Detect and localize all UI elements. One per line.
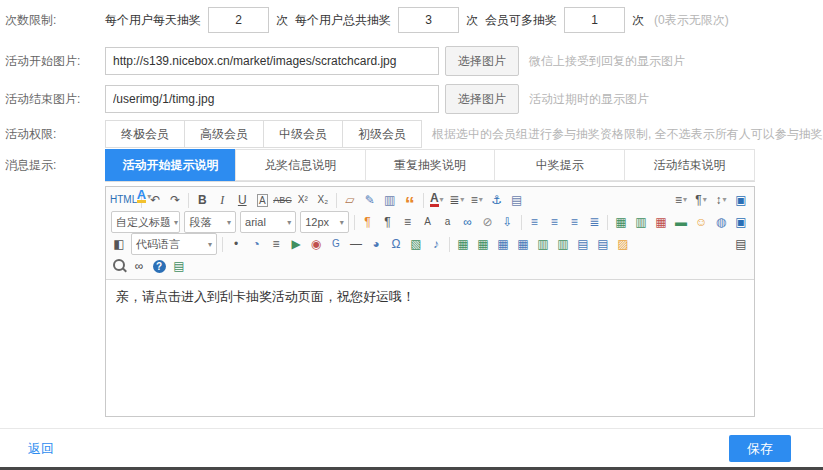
gmap-icon[interactable]: G — [327, 235, 345, 253]
music-icon[interactable]: ♪ — [427, 235, 445, 253]
video-icon[interactable]: ▶ — [287, 235, 305, 253]
start-image-row: 活动开始图片: 选择图片 微信上接受到回复的显示图片 — [5, 46, 815, 76]
member-extra-draw-input[interactable] — [564, 7, 625, 33]
editor-toolbar: HTML↶↷BIUAABCX²X₂▱✎▥“A▾A▾≣▾≡▾⚓▤≡▾¶▾↕▾▣自定… — [106, 187, 754, 280]
message-label: 消息提示: — [5, 157, 105, 174]
merge-right-icon[interactable]: ▥ — [534, 235, 552, 253]
paragraph-select[interactable]: 段落▾ — [184, 211, 236, 233]
paragraph-list-icon[interactable]: ≡ — [399, 213, 417, 231]
member-level-option[interactable]: 高级会员 — [184, 120, 264, 148]
paste-plain-icon[interactable]: ▥ — [381, 191, 399, 209]
font-family-select[interactable]: arial▾ — [240, 211, 296, 233]
save-button[interactable]: 保存 — [729, 435, 791, 462]
date-time-icon[interactable]: ◕ — [367, 235, 385, 253]
eraser-icon[interactable]: ▱ — [341, 191, 359, 209]
custom-title-select[interactable]: 自定义标题▾ — [111, 211, 180, 233]
anchor-icon[interactable]: ⚓ — [488, 191, 506, 209]
tab-repeat-draw[interactable]: 重复抽奖说明 — [365, 149, 496, 181]
search-icon[interactable] — [110, 257, 128, 275]
toolbar-separator — [336, 193, 337, 208]
back-link[interactable]: 返回 — [28, 429, 54, 468]
merge-down-icon[interactable]: ▥ — [554, 235, 572, 253]
text-direction-icon[interactable]: ¶ — [379, 213, 397, 231]
end-image-pick-button[interactable]: 选择图片 — [445, 84, 519, 114]
fullscreen-icon[interactable]: ▣ — [732, 191, 750, 209]
tab-win-tip[interactable]: 中奖提示 — [494, 149, 625, 181]
unordered-list-icon[interactable]: ≡▾ — [468, 191, 486, 209]
split-row-icon[interactable]: ▤ — [574, 235, 592, 253]
tab-activity-end[interactable]: 活动结束说明 — [624, 149, 755, 181]
unlink-icon[interactable]: ⊘ — [479, 213, 497, 231]
link-icon[interactable]: ∞ — [459, 213, 477, 231]
line-height-icon[interactable]: ↕▾ — [712, 191, 730, 209]
start-image-pick-button[interactable]: 选择图片 — [445, 46, 519, 76]
image-icon[interactable]: ▧ — [407, 235, 425, 253]
font-size-select[interactable]: 12px▾ — [300, 211, 349, 233]
format-painter-icon[interactable]: ✎ — [361, 191, 379, 209]
redo-icon[interactable]: ↷ — [166, 191, 184, 209]
paragraph-format-icon[interactable]: ¶▾ — [692, 191, 710, 209]
indent-dropdown-icon[interactable]: ≡▾ — [672, 191, 690, 209]
map-marker-icon[interactable]: ◉ — [307, 235, 325, 253]
underline-icon[interactable]: U — [233, 191, 251, 209]
toolbar-row: 自定义标题▾段落▾arial▾12px▾¶¶≡Aa∞⊘⇩≡≡≡≣▦▥▦▬☺◍▣ — [109, 211, 751, 233]
tab-redeem-info[interactable]: 兑奖信息说明 — [235, 149, 366, 181]
member-level-option[interactable]: 终极会员 — [105, 120, 185, 148]
align-left-icon[interactable]: ≡ — [525, 213, 543, 231]
indent-first-line-icon[interactable]: ¶ — [359, 213, 377, 231]
new-doc-icon[interactable]: ▤ — [508, 191, 526, 209]
subscript-icon[interactable]: X₂ — [314, 191, 332, 209]
delete-table-icon[interactable]: ▦ — [652, 213, 670, 231]
strikethrough-icon[interactable]: ABC — [273, 191, 292, 209]
start-image-input[interactable] — [105, 47, 439, 75]
omega-icon[interactable]: Ω — [387, 235, 405, 253]
table-props-icon[interactable]: ▥ — [632, 213, 650, 231]
print-icon[interactable]: ▤ — [732, 235, 750, 253]
daily-draw-limit-input[interactable] — [208, 7, 269, 33]
blockquote-icon[interactable]: “ — [401, 191, 419, 209]
font-color-icon[interactable]: A▾ — [428, 191, 446, 209]
table-bg-icon[interactable]: ▨ — [614, 235, 632, 253]
merge-cells-icon[interactable]: ▬ — [672, 213, 690, 231]
help-icon[interactable]: ? — [150, 257, 168, 275]
widescreen-icon[interactable]: ▣ — [732, 213, 750, 231]
highlight-color-icon[interactable]: A▾ — [135, 189, 153, 205]
end-image-input[interactable] — [105, 85, 439, 113]
font-border-icon[interactable]: A — [253, 191, 271, 209]
code-block-icon[interactable]: ◧ — [110, 235, 128, 253]
screenshot-icon[interactable]: ◍ — [712, 213, 730, 231]
pie-icon[interactable]: ◔ — [247, 235, 265, 253]
find-replace-icon[interactable]: ∞ — [130, 257, 148, 275]
bold-icon[interactable]: B — [193, 191, 211, 209]
emoji-icon[interactable]: ☺ — [692, 213, 710, 231]
paste-word-icon[interactable]: ▤ — [170, 257, 188, 275]
delete-row-icon[interactable]: ▦ — [494, 235, 512, 253]
italic-icon[interactable]: I — [213, 191, 231, 209]
letter-lower-icon[interactable]: a — [439, 213, 457, 231]
align-right-icon[interactable]: ≡ — [565, 213, 583, 231]
font-family-select-value: arial — [245, 216, 266, 228]
total-draw-limit-input[interactable] — [398, 7, 459, 33]
delete-col-icon[interactable]: ▦ — [514, 235, 532, 253]
superscript-icon[interactable]: X² — [294, 191, 312, 209]
chevron-down-icon: ▾ — [440, 191, 444, 209]
bullet-icon[interactable]: • — [227, 235, 245, 253]
hr-icon[interactable]: — — [347, 235, 365, 253]
summary-icon[interactable]: ≡ — [267, 235, 285, 253]
insert-row-icon[interactable]: ▦ — [454, 235, 472, 253]
html-source-button[interactable]: HTML — [110, 191, 137, 209]
insert-col-icon[interactable]: ▦ — [474, 235, 492, 253]
download-icon[interactable]: ⇩ — [499, 213, 517, 231]
member-level-option[interactable]: 中级会员 — [263, 120, 343, 148]
code-language-select[interactable]: 代码语言▾ — [131, 233, 217, 255]
ordered-list-icon[interactable]: ≣▾ — [448, 191, 466, 209]
tab-activity-start-tip[interactable]: 活动开始提示说明 — [105, 149, 236, 181]
member-level-option[interactable]: 初级会员 — [342, 120, 422, 148]
align-center-icon[interactable]: ≡ — [545, 213, 563, 231]
editor-content[interactable]: 亲，请点击进入到刮卡抽奖活动页面，祝您好运哦！ — [106, 280, 754, 416]
insert-table-icon[interactable]: ▦ — [612, 213, 630, 231]
align-justify-icon[interactable]: ≣ — [585, 213, 603, 231]
split-col-icon[interactable]: ▤ — [594, 235, 612, 253]
letter-upper-icon[interactable]: A — [419, 213, 437, 231]
end-image-hint: 活动过期时的显示图片 — [529, 91, 649, 108]
